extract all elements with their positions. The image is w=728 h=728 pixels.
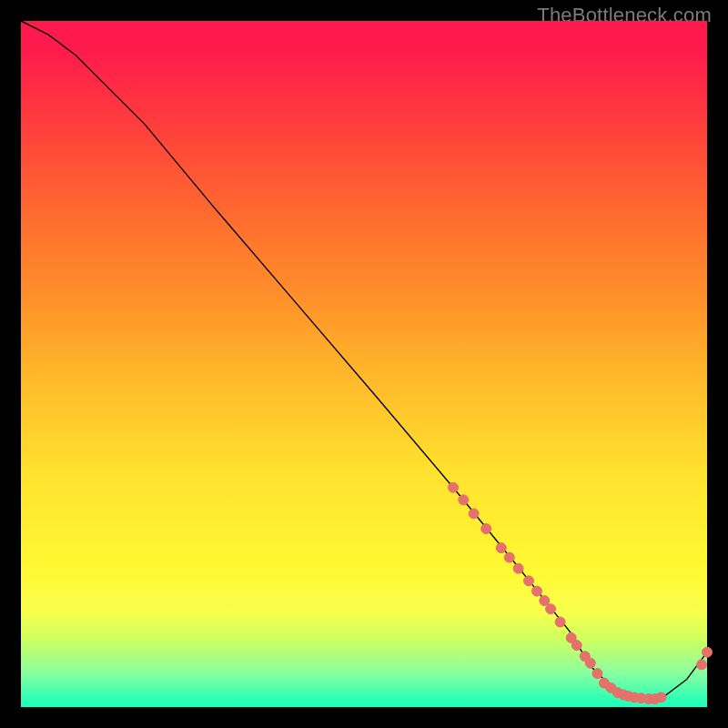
data-point bbox=[469, 509, 479, 519]
data-point bbox=[546, 604, 556, 614]
data-point bbox=[481, 524, 491, 534]
data-point bbox=[703, 647, 713, 657]
curve-markers bbox=[449, 482, 713, 703]
data-point bbox=[555, 617, 565, 627]
data-point bbox=[513, 563, 523, 573]
data-point bbox=[592, 669, 602, 679]
data-point bbox=[449, 482, 459, 492]
data-point bbox=[496, 543, 506, 553]
data-point bbox=[585, 658, 595, 668]
data-point bbox=[540, 596, 550, 606]
chart-stage: TheBottleneck.com bbox=[0, 0, 728, 728]
data-point bbox=[697, 660, 707, 670]
data-point bbox=[524, 576, 534, 586]
data-point bbox=[504, 552, 514, 562]
curve-line bbox=[21, 21, 707, 701]
chart-svg bbox=[21, 21, 707, 707]
data-point bbox=[532, 586, 542, 596]
data-point bbox=[656, 693, 666, 703]
data-point bbox=[459, 495, 469, 505]
plot-area bbox=[21, 21, 707, 707]
data-point bbox=[571, 641, 581, 651]
